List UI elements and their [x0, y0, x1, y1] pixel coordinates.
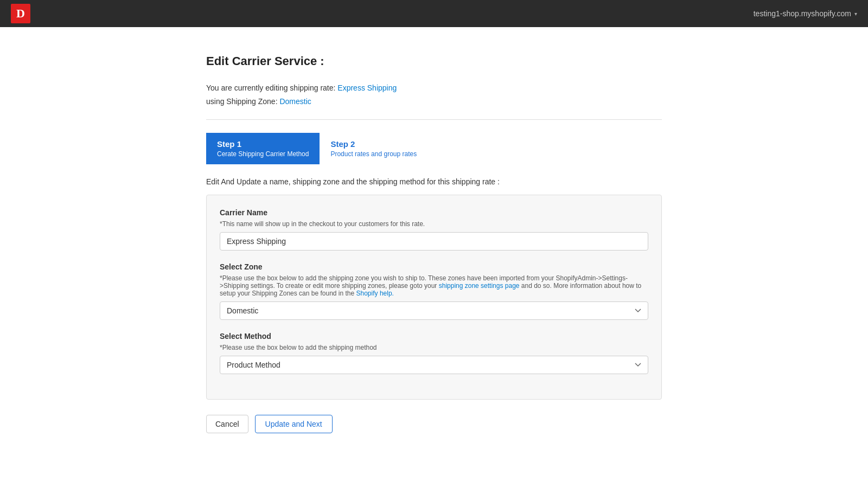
select-zone-hint: *Please use the box below to add the shi…	[220, 274, 648, 297]
editing-label: You are currently editing shipping rate:	[206, 84, 335, 92]
steps-row: Step 1 Cerate Shipping Carrier Method St…	[206, 133, 662, 164]
select-method-hint: *Please use the box below to add the shi…	[220, 344, 648, 351]
select-zone-label: Select Zone	[220, 262, 648, 271]
carrier-name-label: Carrier Name	[220, 208, 648, 217]
zone-select[interactable]: Domestic International United States Can…	[220, 301, 648, 320]
form-panel: Carrier Name *This name will show up in …	[206, 195, 662, 400]
topbar: D testing1-shop.myshopify.com ▾	[0, 0, 868, 27]
select-method-group: Select Method *Please use the box below …	[220, 332, 648, 374]
select-method-label: Select Method	[220, 332, 648, 341]
store-selector[interactable]: testing1-shop.myshopify.com ▾	[754, 9, 857, 18]
step-1-title: Step 1	[217, 139, 309, 149]
logo: D	[11, 4, 30, 23]
step-2[interactable]: Step 2 Product rates and group rates	[320, 133, 427, 164]
step-1-subtitle: Cerate Shipping Carrier Method	[217, 150, 309, 158]
method-select[interactable]: Product Method Weight Method Price Metho…	[220, 356, 648, 374]
editing-info: You are currently editing shipping rate:…	[206, 81, 662, 108]
action-buttons: Cancel Update and Next	[206, 415, 662, 433]
shopify-help-link[interactable]: Shopify help.	[356, 290, 394, 297]
step-2-title: Step 2	[330, 139, 417, 149]
chevron-down-icon: ▾	[854, 11, 857, 17]
form-instructions: Edit And Update a name, shipping zone an…	[206, 177, 662, 186]
main-content: Edit Carrier Service : You are currently…	[190, 27, 678, 466]
select-zone-group: Select Zone *Please use the box below to…	[220, 262, 648, 320]
zone-label: using Shipping Zone:	[206, 97, 278, 106]
zone-link[interactable]: Domestic	[279, 97, 311, 106]
carrier-name-input[interactable]	[220, 232, 648, 251]
update-next-button[interactable]: Update and Next	[255, 415, 333, 433]
carrier-name-hint: *This name will show up in the checkout …	[220, 220, 648, 228]
step-1[interactable]: Step 1 Cerate Shipping Carrier Method	[206, 133, 320, 164]
zone-settings-link[interactable]: shipping zone settings page	[439, 282, 520, 290]
logo-box: D	[11, 4, 30, 23]
shipping-rate-link[interactable]: Express Shipping	[337, 84, 397, 92]
carrier-name-group: Carrier Name *This name will show up in …	[220, 208, 648, 251]
store-name: testing1-shop.myshopify.com	[754, 9, 851, 18]
logo-letter: D	[16, 7, 25, 21]
cancel-button[interactable]: Cancel	[206, 415, 248, 433]
step-2-subtitle: Product rates and group rates	[330, 150, 417, 158]
divider	[206, 119, 662, 120]
page-title: Edit Carrier Service :	[206, 54, 662, 68]
